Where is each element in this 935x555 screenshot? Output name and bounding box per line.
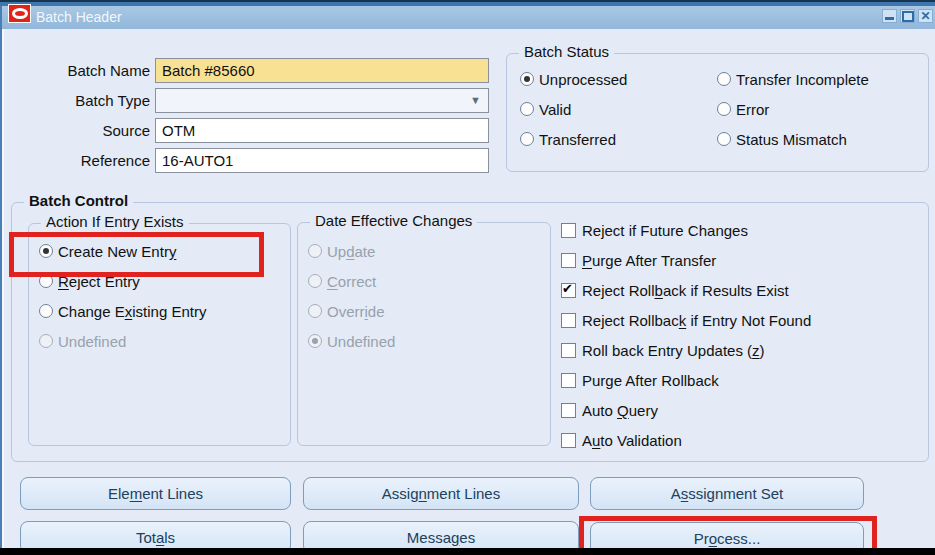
checkbox-reject-rollback-if-entry-not-found[interactable]: Reject Rollback if Entry Not Found <box>561 309 811 331</box>
close-icon: ✕ <box>920 10 930 22</box>
batch-type-label: Batch Type <box>8 87 150 114</box>
batch-type-select[interactable]: ▼ <box>155 88 489 113</box>
checkbox-icon <box>561 343 576 358</box>
bottom-black-bar <box>0 548 935 555</box>
radio-icon <box>39 334 53 348</box>
dropdown-arrow-icon[interactable]: ▼ <box>470 94 481 106</box>
oracle-logo-icon <box>8 4 31 23</box>
radio-unprocessed[interactable]: Unprocessed <box>520 68 627 90</box>
annotation-box-create-new-entry <box>9 232 264 277</box>
radio-icon <box>308 244 322 258</box>
radio-transferred[interactable]: Transferred <box>520 128 627 150</box>
titlebar[interactable]: Batch Header ✕ <box>2 6 935 29</box>
checkbox-auto-query[interactable]: Auto Query <box>561 399 811 421</box>
maximize-button[interactable] <box>900 9 915 23</box>
date-effective-changes-group: Date Effective Changes Update Correct Ov… <box>297 222 551 446</box>
reference-label: Reference <box>8 147 150 174</box>
radio-error[interactable]: Error <box>717 98 869 120</box>
assignment-lines-button[interactable]: Assignment Lines <box>303 477 579 510</box>
close-button[interactable]: ✕ <box>918 9 933 23</box>
radio-icon <box>308 304 322 318</box>
radio-status-mismatch[interactable]: Status Mismatch <box>717 128 869 150</box>
checkbox-icon <box>561 223 576 238</box>
batch-status-group: Batch Status Unprocessed Valid Transferr… <box>506 53 929 172</box>
reference-input[interactable] <box>155 148 489 173</box>
checkbox-purge-after-transfer[interactable]: Purge After Transfer <box>561 249 811 271</box>
maximize-icon <box>902 11 914 22</box>
radio-undefined-date[interactable]: Undefined <box>308 330 395 352</box>
minimize-button[interactable] <box>882 9 897 23</box>
checkbox-icon <box>561 313 576 328</box>
radio-change-existing-entry[interactable]: Change Existing Entry <box>39 300 206 322</box>
checkbox-purge-after-rollback[interactable]: Purge After Rollback <box>561 369 811 391</box>
radio-update[interactable]: Update <box>308 240 395 262</box>
window-title: Batch Header <box>36 9 122 25</box>
batch-name-label: Batch Name <box>8 57 150 84</box>
checkbox-icon <box>561 283 576 298</box>
date-effective-changes-label: Date Effective Changes <box>310 212 477 229</box>
batch-control-group-label: Batch Control <box>24 192 133 209</box>
checkbox-icon <box>561 433 576 448</box>
radio-icon <box>520 132 534 146</box>
radio-icon <box>520 102 534 116</box>
checkbox-icon <box>561 373 576 388</box>
checkbox-roll-back-entry-updates[interactable]: Roll back Entry Updates (z) <box>561 339 811 361</box>
minimize-icon <box>885 17 894 20</box>
radio-icon <box>520 72 534 86</box>
radio-transfer-incomplete[interactable]: Transfer Incomplete <box>717 68 869 90</box>
radio-icon <box>717 132 731 146</box>
radio-icon <box>717 72 731 86</box>
checkbox-auto-validation[interactable]: Auto Validation <box>561 429 811 451</box>
checkbox-reject-rollback-if-results-exist[interactable]: Reject Rollback if Results Exist <box>561 279 811 301</box>
radio-icon <box>39 304 53 318</box>
assignment-set-button[interactable]: Asssignment Set <box>590 477 864 510</box>
batch-header-window: Batch Header ✕ Batch Name Batch Type ▼ S… <box>0 0 935 555</box>
checkbox-icon <box>561 403 576 418</box>
radio-undefined-action[interactable]: Undefined <box>39 330 206 352</box>
source-input[interactable] <box>155 118 489 143</box>
radio-icon <box>308 334 322 348</box>
checkbox-icon <box>561 253 576 268</box>
radio-icon <box>308 274 322 288</box>
batch-status-group-label: Batch Status <box>519 43 614 60</box>
action-if-entry-exists-label: Action If Entry Exists <box>41 213 189 230</box>
batch-name-input[interactable] <box>155 58 489 83</box>
element-lines-button[interactable]: Element Lines <box>20 477 291 510</box>
radio-override[interactable]: Override <box>308 300 395 322</box>
source-label: Source <box>8 117 150 144</box>
radio-valid[interactable]: Valid <box>520 98 627 120</box>
checkbox-reject-if-future-changes[interactable]: Reject if Future Changes <box>561 219 811 241</box>
radio-correct[interactable]: Correct <box>308 270 395 292</box>
radio-icon <box>717 102 731 116</box>
